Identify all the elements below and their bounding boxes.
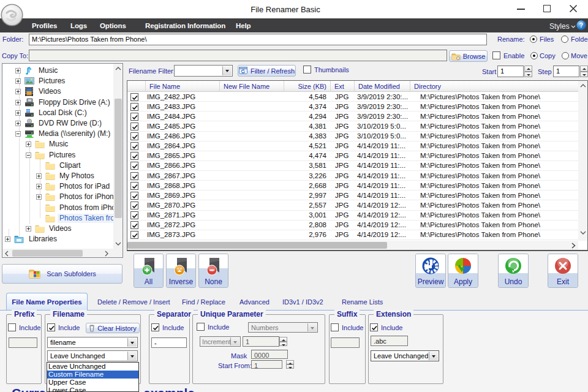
svg-text:?: ?: [579, 22, 583, 29]
